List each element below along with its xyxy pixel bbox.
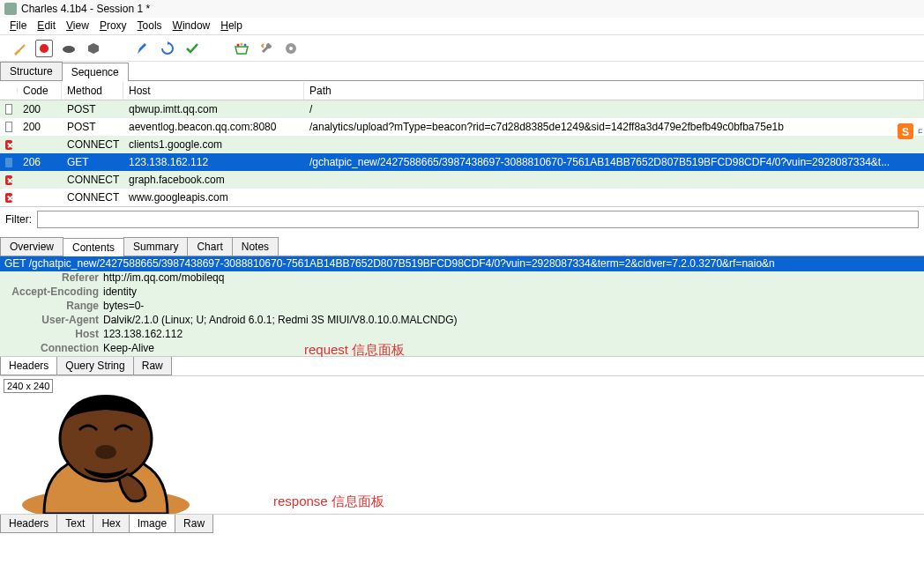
cell-path: [304, 197, 924, 198]
header-value: 123.138.162.112: [103, 328, 183, 342]
svg-point-5: [241, 42, 243, 45]
request-list[interactable]: 200POSTqbwup.imtt.qq.com/200POSTaeventlo…: [0, 100, 924, 206]
table-row[interactable]: CONNECTwww.googleapis.com: [0, 189, 924, 206]
window-title: Charles 4.1b4 - Session 1 *: [21, 3, 150, 15]
basket-icon[interactable]: [233, 40, 250, 57]
menu-window[interactable]: Window: [168, 18, 216, 34]
col-code[interactable]: Code: [18, 82, 62, 100]
pen-icon[interactable]: [134, 40, 152, 57]
table-row[interactable]: CONNECTclients1.google.com: [0, 136, 924, 153]
tab-overview[interactable]: Overview: [0, 237, 63, 256]
resptab-text[interactable]: Text: [56, 515, 93, 533]
broom-icon[interactable]: [11, 40, 28, 57]
table-row[interactable]: 200POSTaeventlog.beacon.qq.com:8080/anal…: [0, 118, 924, 136]
cell-path: /analytics/upload?mType=beacon?rid=c7d28…: [304, 120, 924, 134]
tab-contents[interactable]: Contents: [63, 238, 124, 256]
annotation-request: request 信息面板: [304, 342, 405, 359]
svg-point-4: [237, 43, 240, 46]
table-row[interactable]: 200POSTqbwup.imtt.qq.com/: [0, 100, 924, 118]
menu-edit[interactable]: Edit: [32, 18, 61, 34]
cell-host: graph.facebook.com: [123, 173, 304, 187]
response-subtabs: Headers Text Hex Image Raw: [0, 514, 924, 533]
tab-structure[interactable]: Structure: [0, 62, 63, 80]
request-line[interactable]: GET /gchatpic_new/2427588665/3987438697-…: [0, 256, 924, 271]
tab-notes[interactable]: Notes: [232, 237, 279, 256]
tab-summary[interactable]: Summary: [123, 237, 188, 256]
app-icon: [4, 3, 17, 15]
resptab-image[interactable]: Image: [129, 515, 175, 533]
header-key: Range: [4, 300, 103, 314]
toolbar: [0, 35, 924, 62]
table-row[interactable]: CONNECTgraph.facebook.com: [0, 171, 924, 189]
col-path[interactable]: Path: [304, 82, 924, 100]
header-value: identity: [103, 286, 137, 300]
tab-chart[interactable]: Chart: [187, 237, 232, 256]
cell-host: qbwup.imtt.qq.com: [123, 102, 304, 116]
filter-input[interactable]: [37, 211, 919, 228]
cell-path: [304, 179, 924, 181]
svg-marker-3: [88, 43, 99, 54]
refresh-icon[interactable]: [159, 40, 176, 57]
cell-code: 206: [18, 155, 62, 169]
cell-host: aeventlog.beacon.qq.com:8080: [123, 120, 304, 134]
svg-line-0: [19, 45, 25, 50]
header-row[interactable]: Refererhttp://im.qq.com/mobileqq: [0, 271, 924, 286]
header-key: Accept-Encoding: [4, 286, 103, 300]
cell-code: 200: [18, 120, 62, 134]
sogou-ime-badge[interactable]: S中: [898, 122, 922, 143]
header-key: Connection: [4, 342, 103, 356]
header-row[interactable]: User-AgentDalvik/2.1.0 (Linux; U; Androi…: [0, 314, 924, 328]
cell-code: [18, 179, 62, 181]
header-row[interactable]: Accept-Encodingidentity: [0, 286, 924, 300]
resptab-raw[interactable]: Raw: [175, 515, 213, 533]
row-status-icon: [0, 174, 18, 186]
svg-text:S: S: [902, 126, 909, 138]
menu-view[interactable]: View: [61, 18, 94, 34]
header-row[interactable]: Rangebytes=0-: [0, 300, 924, 314]
col-host[interactable]: Host: [123, 82, 304, 100]
detail-tabs: Overview Contents Summary Chart Notes: [0, 237, 924, 256]
response-image: [9, 390, 203, 514]
resptab-hex[interactable]: Hex: [93, 515, 129, 533]
wrench-icon[interactable]: [257, 40, 275, 57]
header-value: http://im.qq.com/mobileqq: [103, 271, 224, 286]
record-icon[interactable]: [35, 40, 53, 57]
menu-help[interactable]: Help: [215, 18, 248, 34]
resptab-headers[interactable]: Headers: [0, 515, 57, 533]
row-status-icon: [0, 121, 18, 133]
turtle-icon[interactable]: [60, 40, 78, 57]
menu-proxy[interactable]: Proxy: [94, 18, 132, 34]
reqtab-raw[interactable]: Raw: [133, 357, 172, 375]
cell-code: [18, 197, 62, 198]
header-key: Referer: [4, 271, 103, 286]
header-row[interactable]: Host123.138.162.112: [0, 328, 924, 342]
svg-point-2: [63, 46, 75, 53]
header-value: Keep-Alive: [103, 342, 154, 356]
filter-row: Filter:: [0, 206, 924, 232]
header-value: bytes=0-: [103, 300, 144, 314]
tab-sequence[interactable]: Sequence: [62, 63, 129, 81]
grid-header: Code Method Host Path: [0, 81, 924, 100]
col-method[interactable]: Method: [62, 82, 123, 100]
cell-host: www.googleapis.com: [123, 190, 304, 204]
check-icon[interactable]: [183, 40, 201, 57]
table-row[interactable]: 206GET123.138.162.112/gchatpic_new/24275…: [0, 153, 924, 171]
hex-icon[interactable]: [85, 40, 102, 57]
cell-method: CONNECT: [62, 190, 123, 204]
reqtab-headers[interactable]: Headers: [0, 357, 57, 375]
cell-code: 200: [18, 102, 62, 116]
gear-icon[interactable]: [282, 40, 300, 57]
row-status-icon: [0, 157, 18, 168]
reqtab-query[interactable]: Query String: [56, 357, 133, 375]
header-key: User-Agent: [4, 314, 103, 328]
cell-method: GET: [62, 155, 123, 169]
request-panel: GET /gchatpic_new/2427588665/3987438697-…: [0, 256, 924, 356]
row-status-icon: [0, 139, 18, 151]
header-row[interactable]: ConnectionKeep-Alive: [0, 342, 924, 356]
menu-tools[interactable]: Tools: [132, 18, 168, 34]
menu-file[interactable]: File: [4, 18, 32, 34]
menu-bar: File Edit View Proxy Tools Window Help: [0, 18, 924, 35]
response-panel: 240 x 240: [0, 375, 924, 514]
cell-method: CONNECT: [62, 137, 123, 152]
header-value: Dalvik/2.1.0 (Linux; U; Android 6.0.1; R…: [103, 314, 458, 328]
